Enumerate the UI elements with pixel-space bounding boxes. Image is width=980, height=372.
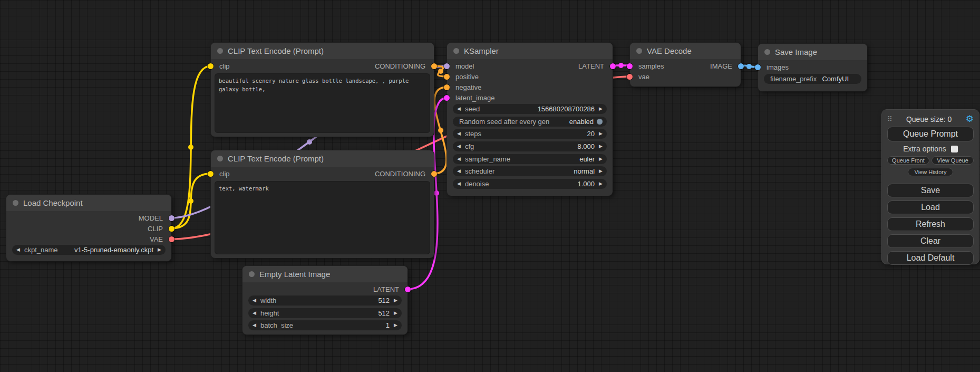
clear-button[interactable]: Clear xyxy=(887,234,974,248)
node-ksampler[interactable]: KSampler model positive negative latent_… xyxy=(447,43,613,196)
increment-icon[interactable]: ▶ xyxy=(394,298,397,303)
node-title-bar[interactable]: VAE Decode xyxy=(630,43,741,59)
drag-handle-icon[interactable]: ⠿ xyxy=(887,115,892,123)
input-slot-images[interactable]: images xyxy=(758,62,789,72)
decrement-icon[interactable]: ◀ xyxy=(457,107,461,111)
output-slot-latent[interactable]: LATENT xyxy=(373,284,407,294)
increment-icon[interactable]: ▶ xyxy=(599,144,603,149)
decrement-icon[interactable]: ◀ xyxy=(16,247,20,252)
extra-options-checkbox[interactable] xyxy=(951,146,958,152)
input-dot-images[interactable] xyxy=(755,64,761,70)
input-slot-positive[interactable]: positive xyxy=(447,71,479,82)
collapse-dot[interactable] xyxy=(764,49,770,55)
increment-icon[interactable]: ▶ xyxy=(599,169,603,174)
input-dot-clip[interactable] xyxy=(208,171,214,177)
widget-filename-prefix[interactable]: filename_prefix ComfyUI xyxy=(764,74,861,84)
output-slot-clip[interactable]: CLIP xyxy=(148,223,171,234)
node-title-bar[interactable]: Load Checkpoint xyxy=(6,195,171,211)
node-clip-text-encode-negative[interactable]: CLIP Text Encode (Prompt) clip CONDITION… xyxy=(211,150,434,258)
collapse-dot[interactable] xyxy=(13,200,18,206)
input-dot-model[interactable] xyxy=(444,63,450,69)
node-load-checkpoint[interactable]: Load Checkpoint MODEL CLIP VAE ◀ ckpt_na… xyxy=(6,195,171,261)
input-slot-model[interactable]: model xyxy=(447,61,474,71)
widget-ckpt-name[interactable]: ◀ ckpt_name v1-5-pruned-emaonly.ckpt ▶ xyxy=(12,245,166,255)
increment-icon[interactable]: ▶ xyxy=(599,107,603,111)
queue-prompt-button[interactable]: Queue Prompt xyxy=(887,127,974,141)
collapse-dot[interactable] xyxy=(636,48,642,54)
save-button[interactable]: Save xyxy=(887,184,974,197)
node-empty-latent-image[interactable]: Empty Latent Image LATENT ◀ width 512 ▶ … xyxy=(242,266,407,335)
node-title-bar[interactable]: Empty Latent Image xyxy=(242,266,407,282)
prompt-textarea[interactable]: text, watermark xyxy=(215,182,430,254)
node-vae-decode[interactable]: VAE Decode samples vae IMAGE xyxy=(630,43,741,87)
decrement-icon[interactable]: ◀ xyxy=(457,182,461,186)
input-slot-samples[interactable]: samples xyxy=(630,61,664,71)
load-button[interactable]: Load xyxy=(887,201,974,214)
node-title-bar[interactable]: Save Image xyxy=(758,44,867,60)
node-save-image[interactable]: Save Image images filename_prefix ComfyU… xyxy=(758,44,867,91)
input-dot-vae[interactable] xyxy=(627,74,633,80)
view-history-button[interactable]: View History xyxy=(908,168,954,176)
increment-icon[interactable]: ▶ xyxy=(394,311,397,316)
widget-scheduler[interactable]: ◀ scheduler normal ▶ xyxy=(453,166,607,176)
input-slot-clip[interactable]: clip xyxy=(211,168,230,179)
input-slot-vae[interactable]: vae xyxy=(630,71,649,82)
prompt-textarea[interactable]: beautiful scenery nature glass bottle la… xyxy=(215,74,430,132)
node-graph-canvas[interactable]: Load Checkpoint MODEL CLIP VAE ◀ ckpt_na… xyxy=(0,0,980,372)
view-queue-button[interactable]: View Queue xyxy=(932,156,974,165)
increment-icon[interactable]: ▶ xyxy=(158,247,161,252)
widget-sampler-name[interactable]: ◀ sampler_name euler ▶ xyxy=(453,154,607,164)
input-slot-latent-image[interactable]: latent_image xyxy=(447,92,494,103)
decrement-icon[interactable]: ◀ xyxy=(253,298,256,303)
decrement-icon[interactable]: ◀ xyxy=(253,323,256,328)
output-dot-latent[interactable] xyxy=(610,63,616,69)
output-dot-image[interactable] xyxy=(738,63,744,69)
widget-seed[interactable]: ◀ seed 156680208700286 ▶ xyxy=(453,104,607,114)
output-dot-model[interactable] xyxy=(169,215,174,221)
collapse-dot[interactable] xyxy=(249,271,255,277)
collapse-dot[interactable] xyxy=(217,156,223,161)
output-dot-conditioning[interactable] xyxy=(431,171,437,177)
input-dot-positive[interactable] xyxy=(444,74,450,80)
widget-width[interactable]: ◀ width 512 ▶ xyxy=(248,295,402,306)
input-slot-negative[interactable]: negative xyxy=(447,82,481,92)
widget-random-seed-toggle[interactable]: Random seed after every gen enabled xyxy=(453,117,607,127)
input-dot-latent-image[interactable] xyxy=(444,95,450,101)
refresh-button[interactable]: Refresh xyxy=(887,217,974,231)
input-dot-negative[interactable] xyxy=(444,84,450,90)
node-title-bar[interactable]: CLIP Text Encode (Prompt) xyxy=(211,43,434,59)
widget-cfg[interactable]: ◀ cfg 8.000 ▶ xyxy=(453,141,607,151)
input-dot-samples[interactable] xyxy=(627,63,633,69)
collapse-dot[interactable] xyxy=(453,48,459,54)
decrement-icon[interactable]: ◀ xyxy=(457,144,461,149)
output-slot-vae[interactable]: VAE xyxy=(150,234,171,244)
widget-height[interactable]: ◀ height 512 ▶ xyxy=(248,308,402,318)
queue-front-button[interactable]: Queue Front xyxy=(887,156,929,165)
output-dot-conditioning[interactable] xyxy=(431,63,437,69)
collapse-dot[interactable] xyxy=(217,48,223,54)
toggle-indicator-icon[interactable] xyxy=(597,119,603,125)
output-dot-vae[interactable] xyxy=(169,236,174,242)
output-dot-latent[interactable] xyxy=(405,287,411,292)
node-clip-text-encode-positive[interactable]: CLIP Text Encode (Prompt) clip CONDITION… xyxy=(211,43,434,137)
settings-gear-icon[interactable]: ⚙ xyxy=(966,115,974,123)
widget-batch-size[interactable]: ◀ batch_size 1 ▶ xyxy=(248,320,402,330)
decrement-icon[interactable]: ◀ xyxy=(253,311,256,316)
output-dot-clip[interactable] xyxy=(169,226,174,232)
increment-icon[interactable]: ▶ xyxy=(599,182,603,186)
node-title-bar[interactable]: CLIP Text Encode (Prompt) xyxy=(211,150,434,167)
output-slot-model[interactable]: MODEL xyxy=(139,213,171,223)
node-title-bar[interactable]: KSampler xyxy=(447,43,613,59)
increment-icon[interactable]: ▶ xyxy=(599,157,603,161)
input-slot-clip[interactable]: clip xyxy=(211,61,230,71)
output-slot-conditioning[interactable]: CONDITIONING xyxy=(375,168,434,179)
increment-icon[interactable]: ▶ xyxy=(394,323,397,328)
output-slot-latent[interactable]: LATENT xyxy=(578,61,613,71)
decrement-icon[interactable]: ◀ xyxy=(457,131,461,136)
load-default-button[interactable]: Load Default xyxy=(887,251,974,265)
output-slot-image[interactable]: IMAGE xyxy=(710,61,741,71)
decrement-icon[interactable]: ◀ xyxy=(457,157,461,161)
widget-steps[interactable]: ◀ steps 20 ▶ xyxy=(453,129,607,139)
widget-denoise[interactable]: ◀ denoise 1.000 ▶ xyxy=(453,179,607,189)
output-slot-conditioning[interactable]: CONDITIONING xyxy=(375,61,434,71)
